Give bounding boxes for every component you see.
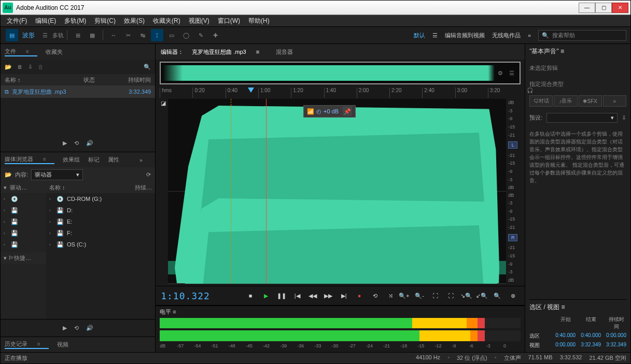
menu-view[interactable]: 视图(V) [185,17,214,25]
menu-effects[interactable]: 效果(S) [120,17,149,25]
waveform-view-button[interactable]: ▤ [6,29,18,41]
tab-properties[interactable]: 属性 [108,156,119,164]
close-file-icon[interactable]: 🗑 [38,64,44,70]
mini-autoplay-icon[interactable]: 🔊 [86,140,93,147]
content-dropdown[interactable]: 驱动器▾ [31,169,83,180]
view-dur[interactable]: 3:32.349 [606,342,626,349]
col-name[interactable]: 名称 ↕ [5,76,83,84]
drive-node[interactable]: ›💾 [1,227,46,239]
drives-col-header[interactable]: ▾ 驱动… [1,182,46,193]
workspace-audio-video[interactable]: 编辑音频到视频 [445,32,485,39]
new-file-icon[interactable]: 🗎 [17,64,23,70]
overview-waveform[interactable]: ⚙ ☰ [160,62,521,84]
view-start[interactable]: 0:00.000 [555,342,576,349]
level-meter-r[interactable] [160,330,521,341]
view-end[interactable]: 3:32.349 [581,342,601,349]
drive-item[interactable]: ›💾 E: [46,216,155,227]
mini-play-icon[interactable]: ▶ [63,325,67,331]
col-status[interactable]: 状态 [83,76,115,84]
preset-dropdown[interactable]: ▾ [546,113,618,123]
playhead[interactable] [266,99,267,284]
type-dialog-button[interactable]: 🗨 对话 [529,95,553,107]
drive-item[interactable]: ›💿 CD-ROM (G:) [46,193,155,205]
tab-editor[interactable]: 编辑器：克罗地亚狂想曲 .mp3 ≡ [161,48,268,56]
razor-tool-icon[interactable]: ✂ [122,29,134,41]
waveform-display[interactable]: 📶 ◴ +0 dB 📌 [168,99,506,284]
mini-loop-icon[interactable]: ⟲ [74,140,79,147]
menu-edit[interactable]: 编辑(E) [31,17,60,25]
play-button[interactable]: ▶ [259,289,273,302]
skip-back-button[interactable]: |◀ [290,289,304,302]
zoom-out-icon[interactable]: 🔍- [413,289,426,302]
zoom-reset-icon[interactable]: 🔍 [490,289,504,302]
multitrack-view-button[interactable]: ☰ [39,29,51,41]
workspace-menu-icon[interactable]: ☰ [432,32,438,39]
stop-button[interactable]: ■ [244,289,257,302]
heal-tool-icon[interactable]: ✚ [209,29,221,41]
pause-button[interactable]: ❚❚ [275,289,288,302]
workspace-radio[interactable]: 无线电作品 [492,32,521,39]
record-button[interactable]: ● [353,289,366,302]
brush-tool-icon[interactable]: ✎ [194,29,207,41]
menu-window[interactable]: 窗口(W) [214,17,244,25]
shortcuts-header[interactable]: ▾ 🏳 快捷… [1,252,46,264]
tab-media-browser[interactable]: 媒体浏览器 ≡ [5,155,54,164]
dur-col-header[interactable]: 持续… [135,184,152,192]
sel-dur[interactable]: 0:00.000 [606,332,626,340]
type-sfx-button[interactable]: ✱ SFX [579,95,602,107]
timeline-ruler[interactable]: hms 0:20 0:40 1:00 1:20 1:40 2:00 2:20 2… [160,88,521,98]
drive-node[interactable]: ›💾 [1,216,46,227]
skip-fwd-button[interactable]: ▶| [337,289,350,302]
zoom-sel-icon[interactable]: ⛶ [444,289,457,302]
preset-save-icon[interactable]: ⇩ [622,114,626,121]
close-button[interactable]: ✕ [612,3,628,13]
panel-overflow-icon[interactable]: » [139,157,143,163]
menu-multitrack[interactable]: 多轨(M) [60,17,90,25]
drive-item[interactable]: ›💾 OS (C:) [46,239,155,250]
gain-knob-icon[interactable]: ◴ [316,108,321,115]
headphone-icon[interactable]: 🎧 [527,88,533,93]
menu-favorites[interactable]: 收藏夹(R) [149,17,185,25]
zoom-in-point-icon[interactable]: ↘🔍 [459,289,473,302]
loop-button[interactable]: ⟲ [368,289,382,302]
lasso-tool-icon[interactable]: ◯ [180,29,192,41]
maximize-button[interactable]: ▢ [595,3,612,13]
drive-item[interactable]: ›💾 F: [46,227,155,239]
tab-fx-rack[interactable]: 效果组 [63,156,80,164]
filter-icon[interactable]: 🔍 [144,64,151,70]
sel-start[interactable]: 0:40.000 [555,332,576,340]
move-tool-icon[interactable]: ↔ [107,29,120,41]
slip-tool-icon[interactable]: ↹ [136,29,149,41]
tab-favorites[interactable]: 收藏夹 [46,48,63,56]
menu-help[interactable]: 帮助(H) [244,17,274,25]
tab-markers[interactable]: 标记 [88,156,100,164]
mini-loop-icon[interactable]: ⟲ [74,325,79,331]
drive-node[interactable]: ›💾 [1,239,46,250]
playhead-marker-icon[interactable] [248,88,254,93]
forward-button[interactable]: ▶▶ [321,289,335,302]
type-music-button[interactable]: ♪ 音乐 [554,95,577,107]
menu-file[interactable]: 文件(F) [3,17,31,25]
channel-l-badge[interactable]: L [508,141,517,149]
zoom-out-point-icon[interactable]: ↙🔍 [475,289,488,302]
open-file-icon[interactable]: 📂 [5,64,12,70]
skip-sel-button[interactable]: ⤭ [384,289,397,302]
mini-play-icon[interactable]: ▶ [63,140,67,147]
file-row[interactable]: ⧉ 克罗地亚狂想曲 .mp3 3:32.349 [1,85,155,98]
channel-toggle-icon[interactable]: ◪ [161,100,167,107]
minimize-button[interactable]: — [579,3,595,13]
mini-autoplay-icon[interactable]: 🔊 [86,325,93,331]
drive-node[interactable]: ›💾 [1,205,46,216]
gain-hud[interactable]: 📶 ◴ +0 dB 📌 [303,105,356,118]
name-col-header[interactable]: 名称 ↕ [49,184,135,192]
tab-mixer[interactable]: 混音器 [276,48,293,56]
tab-files[interactable]: 文件 ≡ [5,48,37,56]
pin-icon[interactable]: 📌 [343,107,352,116]
overview-list-icon[interactable]: ☰ [506,67,517,79]
zoom-full-icon[interactable]: ⛶ [428,289,442,302]
marquee-tool-icon[interactable]: ▭ [165,29,178,41]
import-icon[interactable]: ⇩ [28,64,33,70]
search-help-input[interactable]: 🔍 搜索帮助 [538,30,626,41]
channel-r-badge[interactable]: R [508,234,517,241]
col-duration[interactable]: 持续时间 [115,76,151,84]
